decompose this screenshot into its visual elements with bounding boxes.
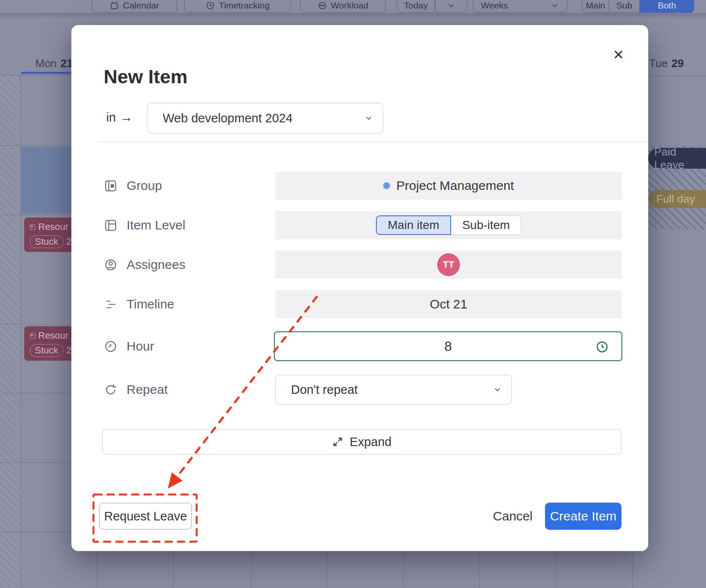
repeat-label: Repeat <box>104 375 168 404</box>
grid-hline <box>0 324 71 325</box>
today-button[interactable]: Today <box>397 0 435 13</box>
hour-value: 8 <box>444 339 452 354</box>
toolbar-shadow <box>0 13 706 19</box>
grid-hline <box>0 531 71 532</box>
request-leave-button[interactable]: Request Leave <box>99 503 192 530</box>
group-value-field[interactable]: Project Management <box>275 172 622 200</box>
view-toggle-main-label: Main <box>586 0 605 11</box>
group-icon <box>104 179 117 192</box>
grid-hline <box>0 145 71 146</box>
avatar[interactable]: TT <box>437 253 460 276</box>
today-button-label: Today <box>404 0 428 11</box>
weeks-dropdown-label: Weeks <box>481 0 508 11</box>
in-label: in→ <box>106 110 133 124</box>
expand-icon <box>332 436 343 447</box>
grid-hline <box>0 75 71 76</box>
view-toggle-both[interactable]: Both <box>640 0 694 13</box>
main-item-toggle[interactable]: Main item <box>376 215 451 235</box>
timeline-value: Oct 21 <box>430 297 467 311</box>
expand-button[interactable]: Expand <box>102 429 621 455</box>
clock-icon <box>104 340 117 353</box>
expand-button-label: Expand <box>350 435 391 449</box>
weekend-hatch-column <box>0 75 20 588</box>
view-toggle-sub-label: Sub <box>616 0 632 11</box>
divider <box>99 141 648 142</box>
grid-vline <box>97 551 97 588</box>
grid-vline <box>556 551 556 588</box>
create-item-button[interactable]: Create Item <box>545 503 621 530</box>
event-card-resource[interactable]: Resour Stuck 2 <box>24 326 71 361</box>
assignees-label: Assignees <box>104 251 185 279</box>
repeat-icon <box>104 383 117 396</box>
chevron-down-icon <box>446 1 456 10</box>
group-label: Group <box>104 172 162 200</box>
workload-button-label: Workload <box>331 0 368 11</box>
view-toggle-sub[interactable]: Sub <box>609 0 640 13</box>
group-color-dot <box>383 182 390 189</box>
clock-icon-green <box>596 340 609 353</box>
today-dropdown-button[interactable] <box>435 0 467 13</box>
grid-vline <box>327 551 327 588</box>
dialog-title: New Item <box>104 66 188 88</box>
event-card-resource[interactable]: Resour Stuck 2 <box>24 218 71 252</box>
repeat-dropdown[interactable]: Don't repeat <box>275 375 512 404</box>
calendar-button-label: Calendar <box>123 0 159 11</box>
person-icon <box>104 258 117 271</box>
group-value: Project Management <box>396 178 514 193</box>
grid-hline <box>0 462 71 463</box>
day-header-monday: Mon21 <box>35 57 73 70</box>
workload-icon <box>318 1 327 10</box>
board-selector-value: Web development 2024 <box>163 111 293 125</box>
clock-icon <box>206 1 215 10</box>
item-level-label: Item Level <box>104 211 185 239</box>
grid-vline <box>403 551 404 588</box>
timeline-value-field[interactable]: Oct 21 <box>275 290 622 318</box>
timetracking-button-label: Timetracking <box>219 0 269 11</box>
event-title: Resour <box>38 330 68 341</box>
grid-hline <box>0 215 71 215</box>
workload-button[interactable]: Workload <box>300 0 386 13</box>
chevron-down-icon <box>364 113 373 123</box>
cancel-button[interactable]: Cancel <box>487 504 539 528</box>
event-count: 2 <box>66 345 71 356</box>
sub-item-toggle[interactable]: Sub-item <box>451 215 521 235</box>
weeks-dropdown[interactable]: Weeks <box>473 0 568 13</box>
event-count: 2 <box>66 236 71 247</box>
paid-leave-event[interactable]: Paid Leave <box>648 148 706 169</box>
board-icon <box>30 224 35 230</box>
status-badge: Stuck <box>30 235 63 248</box>
hour-input[interactable]: 8 <box>274 331 622 361</box>
view-toggle-main[interactable]: Main <box>582 0 609 13</box>
grid-vline <box>173 551 174 588</box>
chevron-down-icon <box>550 1 559 10</box>
timetracking-button[interactable]: Timetracking <box>184 0 291 13</box>
board-selector[interactable]: Web development 2024 <box>147 103 383 133</box>
assignees-field[interactable]: TT <box>275 251 622 279</box>
selected-day-cell[interactable] <box>20 147 71 214</box>
calendar-button[interactable]: Calendar <box>92 0 177 13</box>
chevron-down-icon <box>493 385 502 394</box>
close-icon[interactable]: ✕ <box>610 46 627 63</box>
grid-hline <box>648 76 706 76</box>
arrow-right-icon: → <box>120 110 133 124</box>
grid-vline <box>480 551 480 588</box>
grid-hline <box>0 393 71 393</box>
board-icon <box>30 333 35 339</box>
status-badge: Stuck <box>30 344 63 357</box>
item-level-icon <box>104 219 117 232</box>
full-day-event[interactable]: Full day <box>648 190 706 208</box>
day-header-tuesday: Tue29 <box>649 57 684 70</box>
event-title: Resour <box>38 221 68 232</box>
view-toggle-both-label: Both <box>658 0 676 11</box>
screenshot-root: Calendar Timetracking Workload Today Wee… <box>0 0 706 588</box>
hour-label: Hour <box>104 331 154 361</box>
grid-vline <box>251 551 251 588</box>
item-level-field: Main item Sub-item <box>275 211 622 239</box>
timeline-icon <box>104 298 117 311</box>
timeline-label: Timeline <box>104 290 174 318</box>
new-item-dialog: ✕ New Item in→ Web development 2024 Grou… <box>71 25 648 551</box>
grid-vline <box>633 551 633 588</box>
current-day-underline <box>21 72 71 74</box>
calendar-icon <box>110 1 119 10</box>
repeat-value: Don't repeat <box>291 383 358 397</box>
